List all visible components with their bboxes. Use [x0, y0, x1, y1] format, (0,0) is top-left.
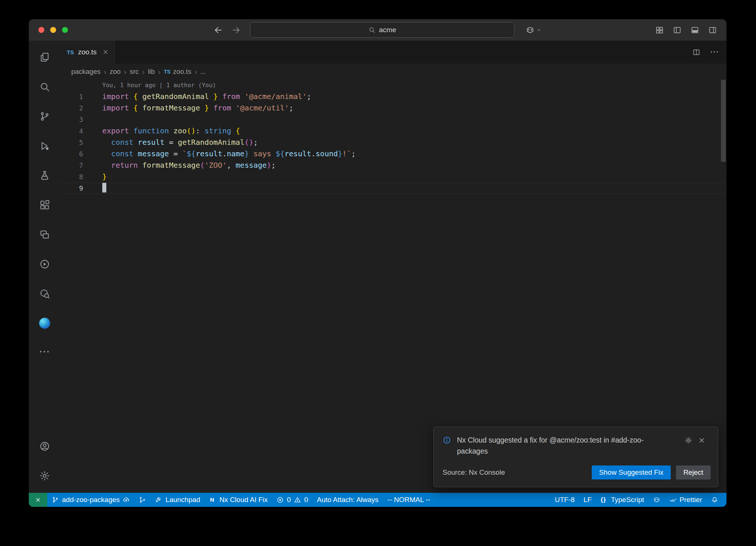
- status-notifications-bell[interactable]: [707, 493, 723, 507]
- activity-bar-item-inspect[interactable]: [29, 279, 60, 308]
- activity-bar-item-run-debug[interactable]: [29, 131, 60, 161]
- status-vim-mode-label: -- NORMAL --: [387, 496, 430, 504]
- status-branch[interactable]: add-zoo-packages: [47, 493, 134, 507]
- code-line-1[interactable]: 1import { getRandomAnimal } from '@acme/…: [60, 91, 726, 102]
- line-number: 1: [60, 91, 83, 102]
- code-line-5[interactable]: 5 const result = getRandomAnimal();: [60, 137, 726, 148]
- status-launchpad[interactable]: Launchpad: [151, 493, 205, 507]
- code-line-2[interactable]: 2import { formatMessage } from '@acme/ut…: [60, 102, 726, 114]
- line-content: }: [102, 171, 107, 182]
- activity-bar-item-testing[interactable]: [29, 161, 60, 190]
- activity-bar-item-source-control[interactable]: [29, 102, 60, 131]
- tab-bar: TS zoo.ts ⋯: [60, 41, 726, 64]
- go-back-button[interactable]: [213, 25, 223, 35]
- activity-bar-item-account[interactable]: [29, 431, 60, 461]
- breadcrumb-separator: ›: [104, 68, 106, 76]
- code-line-4[interactable]: 4export function zoo(): string {: [60, 125, 726, 137]
- vim-block-cursor: [102, 183, 106, 192]
- activity-bar-item-search[interactable]: [29, 72, 60, 102]
- split-editor-button[interactable]: [693, 48, 700, 56]
- breadcrumb-label: lib: [148, 68, 155, 76]
- code-line-6[interactable]: 6 const message = `${result.name} says $…: [60, 148, 726, 160]
- close-window-button[interactable]: [38, 27, 44, 33]
- line-number: 2: [60, 102, 83, 114]
- code-line-8[interactable]: 8}: [60, 171, 726, 182]
- close-tab-icon[interactable]: [102, 49, 109, 55]
- status-commit-graph[interactable]: [134, 493, 151, 507]
- code-line-3[interactable]: 3: [60, 114, 726, 125]
- tab-bar-actions: ⋯: [693, 41, 726, 64]
- remote-explorer-icon: [39, 229, 50, 240]
- more-icon: ⋯: [39, 347, 50, 358]
- code-editor[interactable]: You, 1 hour ago | 1 author (You) 1import…: [60, 80, 726, 493]
- minimize-window-button[interactable]: [50, 27, 56, 33]
- status-formatter-prettier[interactable]: Prettier: [665, 493, 707, 507]
- status-bar: add-zoo-packagesLaunchpadNx Cloud AI Fix…: [29, 493, 726, 507]
- breadcrumb-item-more[interactable]: ...: [200, 68, 206, 76]
- toggle-primary-sidebar-button[interactable]: [673, 26, 681, 34]
- scrollbar-thumb[interactable]: [721, 80, 726, 162]
- breadcrumb-separator: ›: [124, 68, 127, 76]
- line-number: 4: [60, 125, 83, 137]
- command-center-search[interactable]: acme: [250, 22, 515, 38]
- activity-bar-item-run-circle[interactable]: [29, 249, 60, 279]
- show-suggested-fix-button[interactable]: Show Suggested Fix: [592, 465, 671, 480]
- status-auto-attach[interactable]: Auto Attach: Always: [312, 493, 383, 507]
- customize-layout-button[interactable]: [655, 26, 664, 34]
- toggle-panel-button[interactable]: [691, 26, 699, 34]
- code-line-7[interactable]: 7 return formatMessage('ZOO', message);: [60, 160, 726, 171]
- layout-controls: [655, 26, 717, 34]
- activity-bar-item-explorer[interactable]: [29, 42, 60, 72]
- status-nx-cloud-ai-fix[interactable]: Nx Cloud AI Fix: [205, 493, 272, 507]
- status-remote-indicator[interactable]: [29, 493, 47, 507]
- breadcrumb-label: src: [130, 68, 139, 76]
- run-circle-icon: [39, 259, 50, 270]
- tab-zoo-ts[interactable]: TS zoo.ts: [60, 41, 116, 64]
- gitlens-blame-annotation[interactable]: You, 1 hour ago | 1 author (You): [60, 80, 726, 91]
- vscode-window: acme ⋯ TS zoo.ts ⋯ packages›zoo›src›l: [29, 19, 726, 507]
- source-control-icon: [39, 111, 50, 122]
- toggle-secondary-sidebar-button[interactable]: [708, 26, 717, 34]
- typescript-file-icon: TS: [164, 69, 171, 75]
- code-line-9[interactable]: 9: [60, 182, 726, 194]
- wrench-icon: [155, 496, 162, 504]
- reject-button[interactable]: Reject: [676, 465, 711, 480]
- activity-bar: ⋯: [29, 41, 60, 493]
- status-nx-cloud-ai-fix-label: Nx Cloud AI Fix: [219, 496, 268, 504]
- inspect-icon: [39, 288, 50, 299]
- window-controls: [38, 27, 68, 33]
- status-eol[interactable]: LF: [579, 493, 596, 507]
- status-eol-label: LF: [584, 496, 592, 504]
- breadcrumb-item-packages[interactable]: packages: [71, 68, 100, 76]
- status-copilot-status[interactable]: [649, 493, 665, 507]
- activity-bar-item-more[interactable]: ⋯: [29, 338, 60, 368]
- notification-settings-gear-icon[interactable]: [685, 437, 692, 444]
- more-actions-button[interactable]: ⋯: [710, 48, 718, 56]
- activity-bar-item-settings-gear[interactable]: [29, 461, 60, 491]
- activity-bar-item-edge-devtools[interactable]: [29, 308, 60, 338]
- status-problems-count: 0: [304, 496, 308, 504]
- remote-icon: [34, 496, 42, 504]
- zoom-window-button[interactable]: [62, 27, 68, 33]
- breadcrumb-item-lib[interactable]: lib: [148, 68, 155, 76]
- status-vim-mode[interactable]: -- NORMAL --: [383, 493, 434, 507]
- chevron-down-icon: [536, 27, 542, 33]
- search-icon: [39, 81, 50, 92]
- breadcrumb-item-zoo-ts[interactable]: TSzoo.ts: [164, 68, 191, 76]
- status-problems[interactable]: 00: [272, 493, 312, 507]
- cloud-upload-icon: [123, 496, 130, 504]
- breadcrumb-item-src[interactable]: src: [130, 68, 139, 76]
- go-forward-button[interactable]: [231, 25, 241, 35]
- notification-close-icon[interactable]: [698, 437, 705, 444]
- activity-bar-item-remote-explorer[interactable]: [29, 220, 60, 249]
- line-number: 8: [60, 171, 83, 182]
- status-language-mode[interactable]: {}TypeScript: [596, 493, 649, 507]
- copilot-menu[interactable]: [526, 25, 542, 35]
- activity-bar-item-extensions[interactable]: [29, 190, 60, 220]
- line-number: 3: [60, 114, 83, 125]
- settings-gear-icon: [39, 470, 50, 481]
- breadcrumb-label: ...: [200, 68, 206, 76]
- breadcrumb-item-zoo[interactable]: zoo: [110, 68, 121, 76]
- git-branch-icon: [52, 496, 59, 504]
- status-encoding[interactable]: UTF-8: [550, 493, 579, 507]
